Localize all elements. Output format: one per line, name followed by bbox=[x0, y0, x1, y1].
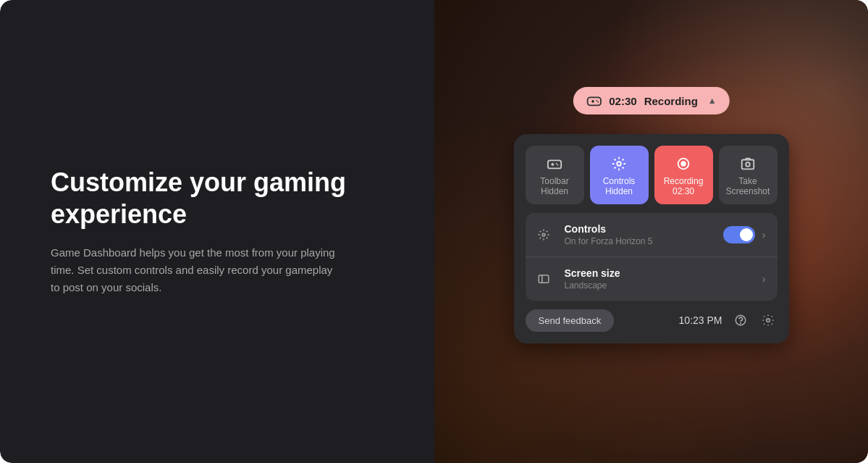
recording-icon bbox=[675, 156, 691, 172]
screen-size-settings-row[interactable]: Screen size Landscape › bbox=[526, 256, 778, 301]
recording-pill[interactable]: 02:30 Recording ▲ bbox=[573, 87, 729, 114]
svg-point-8 bbox=[556, 163, 557, 164]
svg-point-3 bbox=[596, 100, 597, 101]
main-container: Customize your gaming experience Game Da… bbox=[0, 0, 868, 463]
controls-row-right: › bbox=[723, 226, 766, 243]
recording-time: 02:30 bbox=[609, 95, 636, 107]
controls-settings-icon bbox=[537, 228, 555, 241]
toolbar-hidden-button[interactable]: ToolbarHidden bbox=[526, 146, 584, 204]
icon-buttons-row: ToolbarHidden ControlsHidden bbox=[526, 146, 778, 204]
svg-point-14 bbox=[746, 162, 750, 167]
controls-row-text: Controls On for Forza Horizon 5 bbox=[565, 223, 713, 246]
toggle-knob bbox=[740, 228, 753, 241]
footer-time: 10:23 PM bbox=[679, 314, 722, 326]
chevron-up-icon: ▲ bbox=[708, 96, 717, 106]
gamepad-icon bbox=[586, 93, 602, 109]
send-feedback-button[interactable]: Send feedback bbox=[526, 309, 615, 332]
controls-icon bbox=[611, 156, 627, 172]
controls-hidden-button[interactable]: ControlsHidden bbox=[590, 146, 649, 204]
svg-point-20 bbox=[766, 319, 770, 322]
svg-point-19 bbox=[740, 323, 741, 324]
controls-toggle[interactable] bbox=[723, 226, 755, 243]
toolbar-icon bbox=[547, 156, 562, 172]
svg-rect-13 bbox=[742, 160, 754, 170]
page-title: Customize your gaming experience bbox=[51, 167, 384, 229]
settings-section: Controls On for Forza Horizon 5 › bbox=[526, 213, 778, 301]
dashboard-card: ToolbarHidden ControlsHidden bbox=[514, 134, 789, 343]
recording-label: Recording bbox=[644, 95, 698, 107]
controls-settings-row[interactable]: Controls On for Forza Horizon 5 › bbox=[526, 213, 778, 256]
svg-rect-5 bbox=[548, 160, 561, 168]
svg-point-9 bbox=[557, 164, 559, 166]
toolbar-hidden-label: ToolbarHidden bbox=[540, 176, 568, 197]
page-description: Game Dashboard helps you get the most fr… bbox=[51, 244, 340, 296]
screen-size-row-title: Screen size bbox=[565, 267, 752, 279]
take-screenshot-button[interactable]: TakeScreenshot bbox=[719, 146, 778, 204]
left-panel: Customize your gaming experience Game Da… bbox=[0, 0, 434, 463]
settings-button[interactable] bbox=[759, 311, 778, 330]
screenshot-label: TakeScreenshot bbox=[726, 176, 770, 197]
recording-button[interactable]: Recording02:30 bbox=[654, 146, 713, 204]
screen-size-row-text: Screen size Landscape bbox=[565, 267, 752, 291]
screen-size-chevron-icon: › bbox=[762, 273, 766, 285]
controls-row-subtitle: On for Forza Horizon 5 bbox=[565, 236, 713, 246]
dashboard-footer: Send feedback 10:23 PM bbox=[526, 309, 778, 332]
svg-point-12 bbox=[681, 161, 686, 166]
screenshot-icon bbox=[740, 156, 756, 172]
screen-size-icon bbox=[537, 272, 555, 285]
recording-btn-label: Recording02:30 bbox=[664, 176, 704, 197]
svg-point-4 bbox=[597, 101, 599, 103]
help-button[interactable] bbox=[731, 311, 750, 330]
right-panel: 02:30 Recording ▲ To bbox=[434, 0, 868, 463]
controls-row-title: Controls bbox=[565, 223, 713, 235]
svg-rect-16 bbox=[539, 275, 549, 283]
controls-chevron-icon: › bbox=[762, 229, 766, 241]
svg-point-15 bbox=[542, 233, 545, 236]
controls-hidden-label: ControlsHidden bbox=[603, 176, 636, 197]
svg-point-10 bbox=[617, 162, 621, 166]
screen-size-row-subtitle: Landscape bbox=[565, 280, 752, 291]
screen-size-row-right: › bbox=[762, 273, 766, 285]
